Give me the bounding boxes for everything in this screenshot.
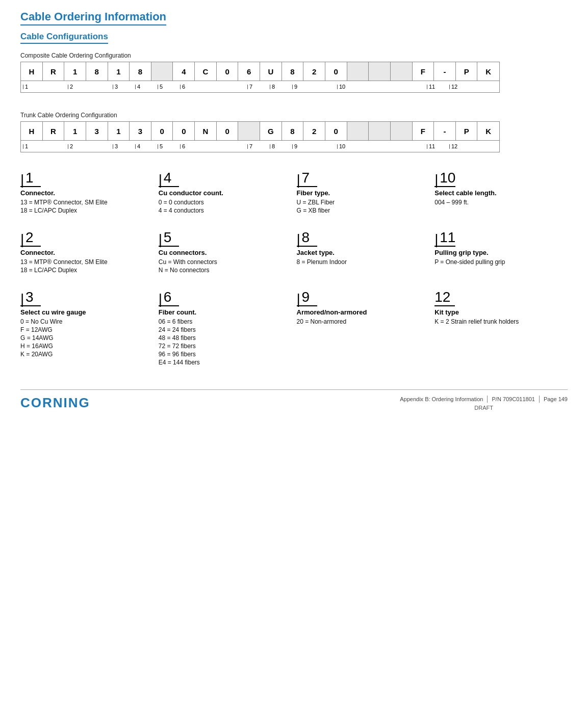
t-empty1 [238, 122, 260, 140]
field-number-2: |2 [20, 229, 41, 247]
field-item-7-0: U = ZBL Fiber [297, 199, 430, 206]
cell-empty2 [347, 62, 369, 81]
field-block-6: |6Fiber count.06 = 6 fibers24 = 24 fiber… [159, 287, 292, 369]
field-title-6: Fiber count. [159, 308, 292, 316]
field-item-10-0: 004 – 999 ft. [434, 199, 568, 206]
t-0b: 0 [173, 122, 195, 140]
cell-C: C [195, 62, 217, 81]
cell-R: R [43, 62, 65, 81]
t-K: K [477, 122, 499, 140]
field-number-5: |5 [159, 229, 179, 247]
field-block-11: |11Pulling grip type.P = One-sided pulli… [434, 227, 568, 277]
field-block-4: |4Cu conductor count.0 = 0 conductors4 =… [159, 168, 292, 217]
field-number-3: |3 [20, 289, 41, 306]
section-title: Cable Configurations [20, 32, 108, 44]
field-item-3-4: K = 20AWG [20, 351, 154, 358]
field-title-10: Select cable length. [434, 189, 568, 197]
field-item-6-5: E4 = 144 fibers [159, 359, 292, 366]
field-number-1: |1 [20, 170, 41, 187]
field-item-11-0: P = One-sided pulling grip [434, 258, 568, 266]
footer-appendix: Appendix B: Ordering Information [400, 396, 483, 402]
cell-4: 4 [173, 62, 195, 81]
footer-page: Page 149 [544, 396, 568, 402]
t-2: 2 [303, 122, 325, 140]
field-title-12: Kit type [434, 308, 568, 316]
composite-config: Composite Cable Ordering Configuration H… [20, 52, 568, 93]
field-item-3-3: H = 16AWG [20, 343, 154, 350]
t-F: F [413, 122, 434, 140]
field-item-3-2: G = 14AWG [20, 334, 154, 342]
t-1: 1 [64, 122, 86, 140]
cell-8a: 8 [86, 62, 108, 81]
cell-2a: 2 [303, 62, 325, 81]
field-number-9: |9 [297, 289, 317, 306]
field-block-8: |8Jacket type.8 = Plenum Indoor [297, 227, 430, 277]
field-number-10: |10 [434, 170, 455, 187]
field-item-3-1: F = 12AWG [20, 326, 154, 333]
field-item-12-0: K = 2 Strain relief trunk holders [434, 318, 568, 325]
footer-part-number: P/N 709C011801 [492, 396, 534, 402]
trunk-label: Trunk Cable Ordering Configuration [20, 112, 568, 119]
field-title-1: Connector. [20, 189, 154, 197]
field-block-3: |3Select cu wire gauge0 = No Cu WireF = … [20, 287, 154, 369]
corning-logo: CORNING [20, 395, 90, 411]
cell-H: H [21, 62, 43, 81]
cell-empty1 [151, 62, 173, 81]
field-block-7: |7Fiber type.U = ZBL FiberG = XB fiber [297, 168, 430, 217]
field-block-10: |10Select cable length.004 – 999 ft. [434, 168, 568, 217]
fields-grid: |1Connector.13 = MTP® Connector, SM Elit… [20, 168, 568, 369]
field-block-9: |9Armored/non-armored20 = Non-armored [297, 287, 430, 369]
t-empty4 [391, 122, 413, 140]
field-number-8: |8 [297, 229, 317, 247]
t-empty2 [347, 122, 369, 140]
field-title-11: Pulling grip type. [434, 249, 568, 256]
trunk-config: Trunk Cable Ordering Configuration H R 1… [20, 112, 568, 152]
t-8: 8 [282, 122, 304, 140]
t-P: P [456, 122, 478, 140]
field-item-6-0: 06 = 6 fibers [159, 318, 292, 325]
field-item-2-1: 18 = LC/APC Duplex [20, 267, 154, 274]
field-block-1: |1Connector.13 = MTP® Connector, SM Elit… [20, 168, 154, 217]
t-G: G [260, 122, 282, 140]
field-item-6-1: 24 = 24 fibers [159, 326, 292, 333]
cell-empty3 [369, 62, 391, 81]
t-1b: 1 [108, 122, 130, 140]
composite-cells: H R 1 8 1 8 4 C 0 6 U 8 2 [21, 62, 499, 81]
cell-0b: 0 [325, 62, 347, 81]
field-block-5: |5Cu connectors.Cu = With connectorsN = … [159, 227, 292, 277]
field-item-1-0: 13 = MTP® Connector, SM Elite [20, 199, 154, 206]
cell-F: F [413, 62, 434, 81]
field-item-5-2: N = No connectors [159, 267, 292, 274]
field-item-8-0: 8 = Plenum Indoor [297, 258, 430, 266]
field-number-12: 12 [434, 289, 455, 306]
field-item-6-3: 72 = 72 fibers [159, 343, 292, 350]
field-item-6-2: 48 = 48 fibers [159, 334, 292, 342]
cell-8b: 8 [130, 62, 151, 81]
field-number-6: |6 [159, 289, 179, 306]
t-H: H [21, 122, 43, 140]
field-number-11: |11 [434, 229, 455, 247]
cell-1a: 1 [64, 62, 86, 81]
field-item-6-4: 96 = 96 fibers [159, 351, 292, 358]
composite-diagram: H R 1 8 1 8 4 C 0 6 U 8 2 [20, 62, 500, 93]
t-0c: 0 [217, 122, 239, 140]
field-block-2: |2Connector.13 = MTP® Connector, SM Elit… [20, 227, 154, 277]
page-title: Cable Ordering Information [20, 10, 166, 25]
field-item-9-0: 20 = Non-armored [297, 318, 430, 325]
field-title-3: Select cu wire gauge [20, 308, 154, 316]
t-0d: 0 [325, 122, 347, 140]
field-item-2-0: 13 = MTP® Connector, SM Elite [20, 258, 154, 266]
field-title-9: Armored/non-armored [297, 308, 430, 316]
t-3b: 3 [130, 122, 151, 140]
field-title-4: Cu conductor count. [159, 189, 292, 197]
field-item-1-1: 18 = LC/APC Duplex [20, 207, 154, 214]
field-block-12: 12Kit typeK = 2 Strain relief trunk hold… [434, 287, 568, 369]
t-empty3 [369, 122, 391, 140]
field-item-7-2: G = XB fiber [297, 207, 430, 214]
t-0a: 0 [151, 122, 173, 140]
cell-K: K [477, 62, 499, 81]
t-R: R [43, 122, 65, 140]
field-title-5: Cu connectors. [159, 249, 292, 256]
field-item-4-0: 0 = 0 conductors [159, 199, 292, 206]
field-number-4: |4 [159, 170, 179, 187]
